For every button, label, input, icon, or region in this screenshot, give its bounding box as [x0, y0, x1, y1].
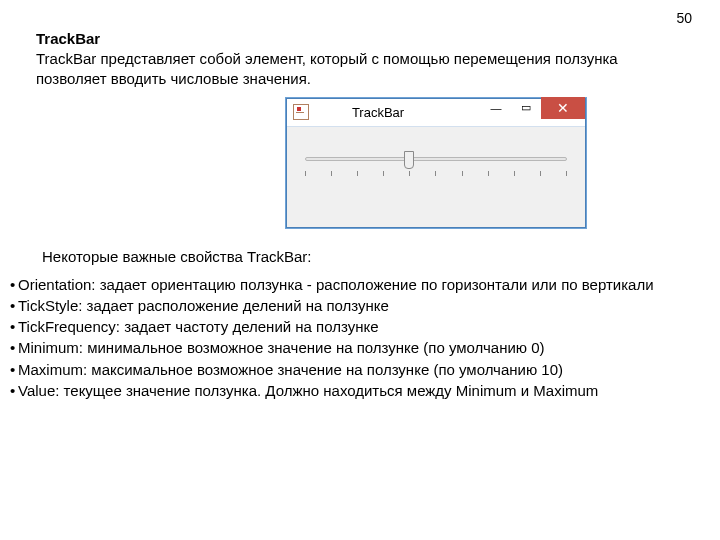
titlebar: TrackBar — ▭ ✕	[287, 99, 585, 127]
trackbar-ticks	[305, 171, 567, 179]
tick-mark	[540, 171, 541, 176]
example-window: TrackBar — ▭ ✕	[286, 98, 586, 228]
tick-mark	[357, 171, 358, 176]
tick-mark	[488, 171, 489, 176]
tick-mark	[305, 171, 306, 176]
tick-mark	[435, 171, 436, 176]
minimize-button[interactable]: —	[481, 97, 511, 119]
trackbar-control[interactable]	[303, 149, 569, 183]
tick-mark	[331, 171, 332, 176]
app-icon	[293, 104, 309, 120]
intro-paragraph: TrackBar представляет собой элемент, кот…	[36, 49, 692, 90]
tick-mark	[514, 171, 515, 176]
property-item: Minimum: минимальное возможное значение …	[10, 338, 692, 358]
property-item: TickStyle: задает расположение делений н…	[10, 296, 692, 316]
tick-mark	[462, 171, 463, 176]
close-button[interactable]: ✕	[541, 97, 585, 119]
property-item: Value: текущее значение ползунка. Должно…	[10, 381, 692, 401]
client-area	[287, 127, 585, 227]
tick-mark	[566, 171, 567, 176]
track-line	[305, 157, 567, 161]
heading: TrackBar	[36, 30, 692, 47]
tick-mark	[383, 171, 384, 176]
page-number: 50	[676, 10, 692, 26]
properties-list: Orientation: задает ориентацию ползунка …	[0, 275, 720, 402]
window-buttons: — ▭ ✕	[481, 99, 585, 126]
trackbar-thumb[interactable]	[404, 151, 414, 169]
property-item: Orientation: задает ориентацию ползунка …	[10, 275, 692, 295]
tick-mark	[409, 171, 410, 176]
property-item: Maximum: максимальное возможное значение…	[10, 360, 692, 380]
properties-subheading: Некоторые важные свойства TrackBar:	[42, 248, 692, 265]
property-item: TickFrequency: задает частоту делений на…	[10, 317, 692, 337]
content-area: TrackBar TrackBar представляет собой эле…	[0, 0, 720, 265]
maximize-button[interactable]: ▭	[511, 97, 541, 119]
